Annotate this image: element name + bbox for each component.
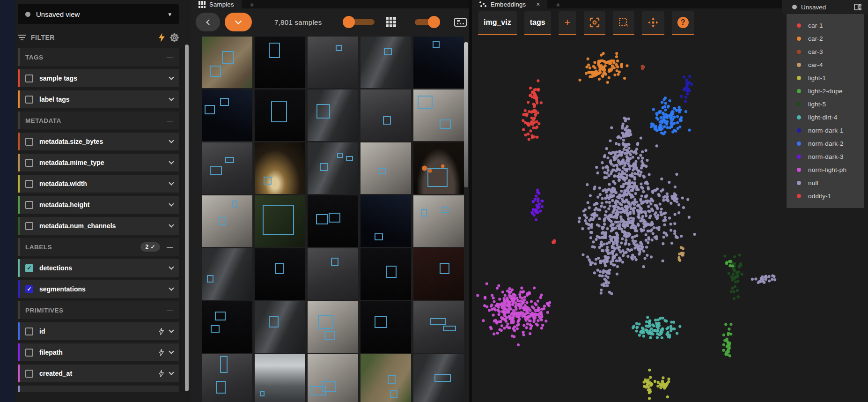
sample-tile[interactable] xyxy=(202,37,252,88)
layout-icon[interactable] xyxy=(854,4,861,10)
sample-tile[interactable] xyxy=(360,301,411,353)
field-checkbox[interactable] xyxy=(25,222,33,230)
legend-item-light-2-dupe[interactable]: light-2-dupe xyxy=(787,84,864,97)
sample-tile[interactable] xyxy=(308,37,358,88)
sample-tile[interactable] xyxy=(202,142,252,194)
color-by-select[interactable]: tags xyxy=(524,11,551,35)
legend-item-oddity-1[interactable]: oddity-1 xyxy=(787,189,864,202)
samples-scrollbar[interactable] xyxy=(464,42,468,187)
field-checkbox[interactable]: ✓ xyxy=(25,285,33,293)
chevron-down-icon[interactable] xyxy=(169,201,174,206)
field-checkbox[interactable] xyxy=(25,74,33,82)
toggle-knob[interactable] xyxy=(428,16,440,28)
legend-item-car-1[interactable]: car-1 xyxy=(787,19,864,32)
sample-tile[interactable] xyxy=(413,248,464,300)
pan-button[interactable] xyxy=(642,11,664,35)
sample-tile[interactable] xyxy=(413,195,464,247)
tab-samples[interactable]: Samples xyxy=(191,0,242,8)
field-checkbox[interactable] xyxy=(25,180,33,188)
sample-tile[interactable] xyxy=(255,248,305,300)
collapse-icon[interactable]: — xyxy=(167,54,173,61)
legend-item-light-dirt-4[interactable]: light-dirt-4 xyxy=(787,111,864,124)
sample-tile[interactable] xyxy=(202,195,252,247)
field-checkbox[interactable] xyxy=(25,96,33,104)
sample-tile[interactable] xyxy=(360,248,411,300)
field-checkbox[interactable] xyxy=(25,349,33,357)
section-header[interactable]: TAGS— xyxy=(18,48,179,66)
lasso-select-button[interactable] xyxy=(613,11,634,35)
sample-tile[interactable] xyxy=(413,301,464,353)
legend-item-car-2[interactable]: car-2 xyxy=(787,32,864,45)
labels-count-badge[interactable]: 2 ✓ xyxy=(140,242,160,252)
sample-tile[interactable] xyxy=(255,37,305,88)
sample-tile[interactable] xyxy=(308,142,358,194)
sample-tile[interactable] xyxy=(255,301,305,353)
sidebar-field-metadata-width[interactable]: metadata.width xyxy=(18,175,179,193)
gear-icon[interactable] xyxy=(170,33,179,42)
legend-item-light-5[interactable]: light-5 xyxy=(787,97,864,111)
sample-tile[interactable] xyxy=(255,142,305,194)
sidebar-field-partial[interactable] xyxy=(18,386,179,392)
sample-tile[interactable] xyxy=(255,89,305,141)
sample-tile[interactable] xyxy=(413,142,464,194)
field-checkbox[interactable] xyxy=(25,328,33,335)
help-button[interactable]: ? xyxy=(672,11,694,35)
sidebar-field-id[interactable]: id xyxy=(18,322,179,340)
legend-item-light-1[interactable]: light-1 xyxy=(787,71,864,84)
chevron-down-icon[interactable] xyxy=(169,138,174,143)
section-header[interactable]: METADATA— xyxy=(18,112,179,129)
sidebar-field-metadata-height[interactable]: metadata.height xyxy=(18,196,179,214)
sample-tile[interactable] xyxy=(202,248,252,300)
chevron-down-icon[interactable] xyxy=(169,222,174,227)
sample-tile[interactable] xyxy=(308,301,358,353)
section-header[interactable]: PRIMITIVES— xyxy=(18,301,179,319)
collapse-icon[interactable]: — xyxy=(167,117,173,124)
patches-icon[interactable] xyxy=(454,18,467,27)
sample-tile[interactable] xyxy=(255,195,305,247)
chevron-down-icon[interactable] xyxy=(169,180,174,185)
back-button[interactable] xyxy=(196,13,220,31)
chevron-down-icon[interactable] xyxy=(169,328,174,333)
labels-toggle[interactable] xyxy=(415,19,438,25)
crop-to-selection-button[interactable] xyxy=(584,11,605,35)
grid-size-icon[interactable] xyxy=(386,17,396,27)
lightning-icon[interactable] xyxy=(158,33,165,42)
sidebar-field-metadata-size-bytes[interactable]: metadata.size_bytes xyxy=(18,133,179,150)
legend-item-car-3[interactable]: car-3 xyxy=(787,45,864,58)
chevron-down-icon[interactable] xyxy=(169,349,174,354)
chevron-down-icon[interactable] xyxy=(169,370,174,375)
chevron-down-icon[interactable] xyxy=(169,159,174,164)
field-checkbox[interactable] xyxy=(25,138,33,146)
sample-tile[interactable] xyxy=(202,89,252,141)
chevron-down-icon[interactable] xyxy=(169,285,174,290)
sidebar-field-filepath[interactable]: filepath xyxy=(18,343,179,361)
sample-tile[interactable] xyxy=(360,142,411,194)
section-header[interactable]: LABELS2 ✓— xyxy=(18,238,179,256)
sidebar-field-created-at[interactable]: created_at xyxy=(18,365,179,382)
legend-item-norm-light-ph[interactable]: norm-light-ph xyxy=(787,163,864,176)
sidebar-field-detections[interactable]: ✓detections xyxy=(18,259,179,277)
lightning-icon[interactable] xyxy=(159,328,164,335)
field-checkbox[interactable] xyxy=(25,201,33,209)
chevron-down-icon[interactable] xyxy=(169,74,174,80)
field-checkbox[interactable]: ✓ xyxy=(25,264,33,272)
legend-header[interactable]: Unsaved xyxy=(782,0,868,14)
sidebar-field-metadata-mime-type[interactable]: metadata.mime_type xyxy=(18,154,179,171)
sample-tile[interactable] xyxy=(413,37,464,88)
sample-tile[interactable] xyxy=(202,354,252,402)
chevron-down-icon[interactable] xyxy=(169,264,174,269)
sample-tile[interactable] xyxy=(413,89,464,141)
sample-tile[interactable] xyxy=(308,195,358,247)
sidebar-field-sample-tags[interactable]: sample tags xyxy=(18,69,179,87)
lightning-icon[interactable] xyxy=(159,349,164,356)
sample-tile[interactable] xyxy=(360,354,411,402)
slider-knob[interactable] xyxy=(343,16,355,28)
view-selector[interactable]: Unsaved view ▾ xyxy=(18,4,179,24)
legend-item-null[interactable]: null xyxy=(787,176,864,189)
tab-embeddings[interactable]: Embeddings × xyxy=(472,0,547,8)
sample-tile[interactable] xyxy=(308,89,358,141)
lightning-icon[interactable] xyxy=(159,370,164,377)
caret-down-icon[interactable]: ▾ xyxy=(168,11,171,18)
sample-tile[interactable] xyxy=(360,37,411,88)
sidebar-field-label-tags[interactable]: label tags xyxy=(18,90,179,108)
